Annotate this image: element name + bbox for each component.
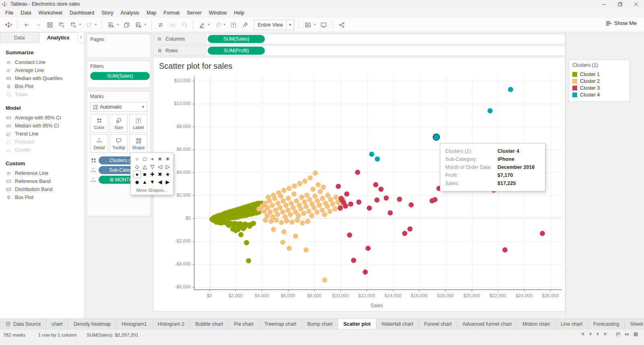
pause-updates-icon[interactable] (69, 20, 78, 30)
legend-entry-cluster-1[interactable]: Cluster 1 (572, 71, 626, 78)
new-worksheet-icon[interactable] (107, 20, 116, 30)
shape-cell-18[interactable]: ◀ (156, 178, 164, 186)
sidebar-item-average-line[interactable]: Average Line (0, 66, 84, 74)
scatter-point-cluster-4[interactable] (375, 156, 380, 162)
scatter-point-cluster-2[interactable] (287, 186, 292, 191)
sheet-tab-data-source[interactable]: Data Source (0, 319, 46, 329)
scatter-point-cluster-4[interactable] (508, 87, 513, 92)
scatter-point-cluster-2[interactable] (274, 218, 279, 223)
scatter-point-cluster-3[interactable] (374, 197, 380, 203)
scatter-point-cluster-2[interactable] (314, 209, 320, 215)
scatter-point-cluster-2[interactable] (327, 209, 332, 214)
sheet-tab-motion-chart[interactable]: Motion chart (517, 319, 555, 329)
sheet-tab-waterfall-chart[interactable]: Waterfall chart (376, 319, 419, 329)
sidebar-item-box-plot[interactable]: Box Plot (0, 193, 84, 201)
scatter-point-cluster-2[interactable] (313, 170, 318, 176)
scatter-point-cluster-3[interactable] (502, 247, 508, 253)
show-sheet-icon[interactable] (633, 332, 638, 337)
scatter-point-cluster-2[interactable] (288, 212, 293, 217)
sheet-tab-bump-chart[interactable]: Bump chart (302, 319, 338, 329)
menu-item-dashboard[interactable]: Dashboard (66, 9, 98, 17)
scatter-point-cluster-2[interactable] (270, 203, 275, 208)
next-sheet-icon[interactable] (596, 332, 600, 336)
scatter-point-cluster-2[interactable] (271, 193, 276, 198)
menu-item-server[interactable]: Server (183, 9, 205, 17)
shape-cell-17[interactable]: ▼ (149, 178, 156, 186)
scatter-point-cluster-3[interactable] (367, 205, 372, 211)
more-shapes-link[interactable]: More Shapes... (133, 188, 171, 193)
shape-cell-19[interactable]: ▶ (164, 178, 171, 186)
menu-item-help[interactable]: Help (230, 9, 248, 17)
sheet-tab-sheet-19[interactable]: Sheet 19 (625, 319, 644, 329)
filmstrip-icon[interactable] (624, 332, 630, 337)
scatter-point-cluster-3[interactable] (351, 258, 356, 263)
menu-item-format[interactable]: Format (160, 9, 183, 17)
scatter-point-cluster-3[interactable] (347, 232, 352, 238)
show-me-button[interactable]: Show Me (606, 20, 637, 26)
scatter-point-cluster-2[interactable] (309, 213, 314, 218)
sheet-sorter-icon[interactable] (615, 332, 621, 337)
scatter-point-cluster-4[interactable] (433, 133, 440, 141)
shape-cell-9[interactable]: ▷ (164, 163, 171, 170)
scatter-point-cluster-2[interactable] (322, 277, 327, 283)
scatter-point-cluster-3[interactable] (384, 195, 389, 201)
legend-entry-cluster-4[interactable]: Cluster 4 (572, 91, 626, 98)
shape-cell-11[interactable]: ■ (141, 170, 149, 178)
menu-item-window[interactable]: Window (205, 9, 230, 17)
sheet-tab-funnel-chart[interactable]: Funnel chart (419, 319, 457, 329)
sidebar-tab-data[interactable]: Data (0, 32, 39, 43)
label-button[interactable]: Label (129, 114, 147, 133)
scatter-point-cluster-3[interactable] (363, 269, 368, 275)
chevron-down-icon[interactable]: ▼ (313, 23, 316, 27)
sidebar-item-average-with-95-ci[interactable]: Average with 95% CI (0, 114, 84, 122)
chevron-down-icon[interactable]: ▼ (116, 23, 120, 27)
sidebar-item-median-with-95-ci[interactable]: Median with 95% CI (0, 122, 84, 130)
menu-item-worksheet[interactable]: Worksheet (35, 9, 66, 17)
scatter-point-cluster-2[interactable] (263, 218, 268, 223)
scatter-point-cluster-2[interactable] (281, 188, 287, 193)
shape-cell-14[interactable]: ★ (164, 170, 171, 178)
scatter-point-cluster-1[interactable] (244, 240, 249, 245)
scatter-point-cluster-4[interactable] (369, 152, 374, 157)
sheet-tab-pie-chart[interactable]: Pie chart (229, 319, 259, 329)
share-icon[interactable] (337, 20, 346, 30)
sheet-tab-advanced-funnel-chart[interactable]: Advanced funnel chart (457, 319, 517, 329)
scatter-point-cluster-3[interactable] (336, 184, 341, 189)
shape-cell-12[interactable]: ✚ (149, 170, 156, 178)
scatter-point-cluster-2[interactable] (305, 219, 310, 224)
highlight-pen-icon[interactable] (198, 20, 206, 30)
scatter-point-cluster-2[interactable] (271, 227, 276, 232)
scatter-point-cluster-2[interactable] (297, 181, 302, 186)
chevron-down-icon[interactable]: ▼ (223, 23, 226, 27)
menu-item-story[interactable]: Story (98, 9, 117, 17)
scatter-point-cluster-2[interactable] (322, 212, 327, 217)
sidebar-tab-options-icon[interactable]: ⇕ (78, 32, 84, 43)
sheet-tab-density-heatmap[interactable]: Density heatmap (68, 319, 116, 329)
scatter-point-cluster-2[interactable] (276, 190, 281, 195)
scatter-point-cluster-1[interactable] (241, 226, 246, 231)
shape-cell-1[interactable]: □ (141, 155, 149, 163)
sheet-tab-treemap-chart[interactable]: Treemap chart (259, 319, 302, 329)
pill-sum-sales[interactable]: SUM(Sales) (90, 72, 150, 80)
menu-item-file[interactable]: File (2, 9, 17, 17)
scatter-point-cluster-1[interactable] (238, 232, 244, 237)
sheet-tab-histogram1[interactable]: Histogram1 (116, 319, 153, 329)
pill-sum-profit[interactable]: SUM(Profit) (208, 47, 265, 55)
shape-cell-6[interactable]: △ (141, 163, 149, 170)
scatter-point-cluster-2[interactable] (287, 246, 292, 251)
mark-type-dropdown[interactable]: Automatic ▼ (90, 102, 147, 112)
scatter-point-cluster-3[interactable] (432, 197, 438, 202)
menu-item-data[interactable]: Data (17, 9, 35, 17)
presentation-mode-icon[interactable] (319, 20, 328, 30)
scatter-point-cluster-3[interactable] (365, 246, 371, 251)
shape-cell-5[interactable]: ◇ (133, 163, 141, 170)
scatter-point-cluster-2[interactable] (291, 191, 297, 197)
text-label-icon[interactable] (229, 20, 238, 30)
show-cards-icon[interactable] (303, 20, 312, 30)
columns-shelf[interactable]: Columns SUM(Sales) (153, 34, 566, 44)
size-button[interactable]: Size (110, 114, 128, 133)
sidebar-item-median-with-quartiles[interactable]: Median with Quartiles (0, 74, 84, 82)
scatter-point-cluster-4[interactable] (487, 108, 493, 113)
scatter-point-cluster-2[interactable] (303, 247, 309, 253)
scatter-point-cluster-3[interactable] (338, 205, 343, 211)
